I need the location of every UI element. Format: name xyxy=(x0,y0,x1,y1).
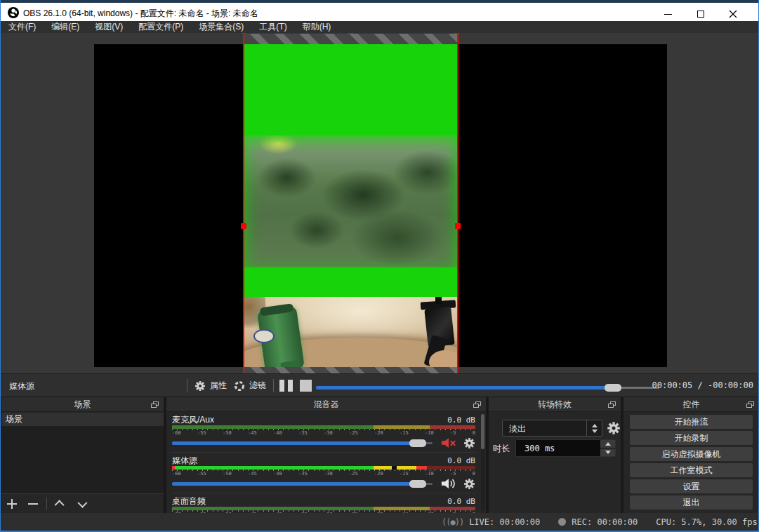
mixer-channel-mic: 麦克风/Aux 0.0 dB -60-55-50-45-40-35-30-25-… xyxy=(172,414,475,449)
start-virtual-camera-button[interactable]: 启动虚拟摄像机 xyxy=(630,447,753,461)
transition-selected-value: 淡出 xyxy=(509,423,526,435)
panel-float-icon[interactable] xyxy=(473,401,482,408)
window-title: OBS 26.1.0 (64-bit, windows) - 配置文件: 未命名… xyxy=(23,8,258,20)
panel-float-icon[interactable] xyxy=(746,401,755,408)
transitions-panel: 转场特效 淡出 时长 xyxy=(489,397,621,513)
filters-button[interactable]: 滤镜 xyxy=(234,374,266,397)
gun-sight-knob xyxy=(435,297,442,304)
menu-help[interactable]: 帮助(H) xyxy=(295,21,339,33)
chevron-up-icon xyxy=(55,500,65,510)
add-scene-button[interactable] xyxy=(1,494,22,514)
maximize-button[interactable] xyxy=(685,6,716,22)
selection-border-left[interactable] xyxy=(243,33,244,373)
menu-tools[interactable]: 工具(T) xyxy=(251,21,294,33)
start-recording-button[interactable]: 开始录制 xyxy=(630,431,753,445)
spin-down-button[interactable] xyxy=(600,448,615,456)
menu-scene-collection[interactable]: 场景集合(S) xyxy=(191,21,251,33)
transitions-panel-header[interactable]: 转场特效 xyxy=(489,397,621,412)
minimize-icon xyxy=(664,14,672,15)
mixer-panel-header[interactable]: 混音器 xyxy=(166,397,486,412)
caret-up-icon xyxy=(592,424,598,427)
menu-bar: 文件(F) 编辑(E) 视图(V) 配置文件(P) 场景集合(S) 工具(T) … xyxy=(1,21,758,33)
select-arrows[interactable] xyxy=(586,420,602,436)
properties-button[interactable]: 属性 xyxy=(194,374,227,397)
minus-icon xyxy=(28,503,38,505)
volume-slider-handle[interactable] xyxy=(409,439,426,447)
channel-settings-gear-icon[interactable] xyxy=(463,478,475,490)
scenes-panel-header[interactable]: 场景 xyxy=(1,397,164,412)
panel-float-icon[interactable] xyxy=(151,401,159,408)
status-bar: ((●)) LIVE: 00:00:00 REC: 00:00:00 CPU: … xyxy=(1,513,758,531)
menu-view[interactable]: 视图(V) xyxy=(87,21,131,33)
controls-body: 开始推流 开始录制 启动虚拟摄像机 工作室模式 设置 退出 xyxy=(630,415,753,512)
video-source-green-band-top[interactable] xyxy=(244,44,457,135)
scenes-panel-title: 场景 xyxy=(1,397,164,412)
record-dot-icon xyxy=(558,518,566,526)
caret-down-icon xyxy=(592,430,598,433)
panel-float-icon[interactable] xyxy=(608,401,616,408)
video-source-desert-scene[interactable] xyxy=(244,297,457,367)
mixer-scrollbar-thumb[interactable] xyxy=(481,414,484,449)
volume-slider[interactable] xyxy=(172,438,433,448)
move-scene-down-button[interactable] xyxy=(71,494,92,514)
toolbar-separator xyxy=(273,379,274,392)
pause-icon xyxy=(279,380,293,392)
title-bar: OBS 26.1.0 (64-bit, windows) - 配置文件: 未命名… xyxy=(1,0,758,21)
selection-tick-top-left xyxy=(242,33,247,34)
close-icon xyxy=(729,10,737,18)
menu-edit[interactable]: 编辑(E) xyxy=(44,21,87,33)
transition-select[interactable]: 淡出 xyxy=(502,420,602,437)
plus-icon xyxy=(7,499,17,509)
selection-border-right[interactable] xyxy=(457,33,458,373)
channel-level: 0.0 dB xyxy=(447,456,475,465)
spin-up-button[interactable] xyxy=(600,440,615,448)
filters-label: 滤镜 xyxy=(249,380,266,392)
transition-settings-gear-icon[interactable] xyxy=(607,421,621,435)
controls-panel-header[interactable]: 控件 xyxy=(623,397,759,412)
channel-name: 媒体源 xyxy=(172,455,197,467)
mixer-panel-title: 混音器 xyxy=(166,397,486,412)
move-scene-up-button[interactable] xyxy=(50,494,71,514)
menu-profile[interactable]: 配置文件(P) xyxy=(131,21,191,33)
settings-button[interactable]: 设置 xyxy=(630,479,753,493)
exit-button[interactable]: 退出 xyxy=(630,496,753,510)
mixer-body: 麦克风/Aux 0.0 dB -60-55-50-45-40-35-30-25-… xyxy=(172,414,475,513)
preview-area[interactable] xyxy=(1,33,758,373)
toolbar-separator xyxy=(187,379,187,392)
scene-list[interactable]: 场景 xyxy=(1,413,164,493)
mixer-channel-desktop: 桌面音频 0.0 dB -60-55-50-45-40-35-30-25-20-… xyxy=(172,493,475,513)
volume-slider[interactable] xyxy=(172,479,433,488)
mixer-channel-media: 媒体源 0.0 dB -60-55-50-45-40-35-30-25-20-1… xyxy=(172,452,475,490)
media-seek-slider[interactable] xyxy=(316,384,659,392)
menu-file[interactable]: 文件(F) xyxy=(1,21,44,33)
scene-list-item[interactable]: 场景 xyxy=(1,413,164,426)
speaker-icon[interactable] xyxy=(441,478,456,489)
pause-button[interactable] xyxy=(279,374,293,397)
remove-scene-button[interactable] xyxy=(22,494,44,514)
close-button[interactable] xyxy=(717,6,748,22)
stop-button[interactable] xyxy=(300,374,312,397)
gear-icon xyxy=(194,380,206,392)
volume-slider-handle[interactable] xyxy=(409,480,426,488)
channel-settings-gear-icon[interactable] xyxy=(463,437,475,449)
filter-swirl-icon xyxy=(234,380,245,392)
bottom-dock: 场景 场景 混音器 麦克风/Au xyxy=(1,397,758,513)
properties-label: 属性 xyxy=(210,380,227,392)
video-source-green-band-mid[interactable] xyxy=(244,267,457,297)
selection-tick-top-right xyxy=(454,33,459,34)
start-streaming-button[interactable]: 开始推流 xyxy=(630,415,753,429)
selection-handle-right-mid[interactable] xyxy=(455,223,461,229)
studio-mode-button[interactable]: 工作室模式 xyxy=(630,463,753,477)
volume-meter xyxy=(172,466,475,470)
obs-logo-icon xyxy=(8,7,19,18)
minimize-button[interactable] xyxy=(652,6,684,22)
selection-handle-left-mid[interactable] xyxy=(241,223,246,229)
mixer-scrollbar[interactable] xyxy=(481,414,484,511)
duration-value: 300 ms xyxy=(524,444,555,453)
seek-handle[interactable] xyxy=(605,384,621,392)
duration-spinbox[interactable]: 300 ms xyxy=(515,439,616,457)
channel-name: 麦克风/Aux xyxy=(172,414,214,426)
caret-down-icon xyxy=(605,451,611,454)
speaker-muted-icon[interactable] xyxy=(441,437,456,448)
video-source-water-texture[interactable] xyxy=(244,135,457,267)
